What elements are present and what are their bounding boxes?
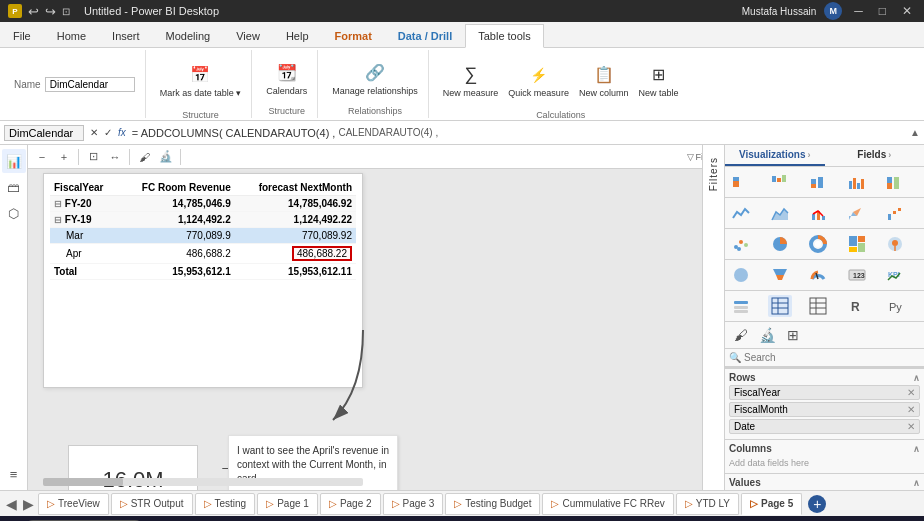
tab-format[interactable]: Format <box>322 23 385 47</box>
expand-fy19[interactable]: ⊟ <box>54 215 62 225</box>
tab-nav-next[interactable]: ▶ <box>21 496 36 512</box>
rows-item-fiscalmonth[interactable]: FiscalMonth ✕ <box>729 402 920 417</box>
fit-width-btn[interactable]: ↔ <box>105 147 125 167</box>
table-name-field[interactable] <box>4 125 84 141</box>
tab-page3[interactable]: ▷ Page 3 <box>383 493 444 515</box>
tab-insert[interactable]: Insert <box>99 23 153 47</box>
viz-analytics-icon[interactable]: 🔬 <box>755 324 779 346</box>
close-btn[interactable]: ✕ <box>898 4 916 18</box>
viz-clustered-bar[interactable] <box>768 171 792 193</box>
tab-help[interactable]: Help <box>273 23 322 47</box>
zoom-out-btn[interactable]: − <box>32 147 52 167</box>
fx-confirm-btn[interactable]: ✓ <box>102 127 114 138</box>
rows-date-remove[interactable]: ✕ <box>907 421 915 432</box>
horizontal-scrollbar[interactable] <box>43 478 363 486</box>
viz-stacked-col[interactable] <box>806 171 830 193</box>
viz-matrix[interactable] <box>806 295 830 317</box>
format-btn[interactable]: 🖌 <box>134 147 154 167</box>
tab-modeling[interactable]: Modeling <box>153 23 224 47</box>
minimize-btn[interactable]: ─ <box>850 4 867 18</box>
rows-item-fiscalyear[interactable]: FiscalYear ✕ <box>729 385 920 400</box>
report-view-icon[interactable]: 📊 <box>2 149 26 173</box>
tab-file[interactable]: File <box>0 23 44 47</box>
viz-slicer[interactable] <box>729 295 753 317</box>
tab-page2[interactable]: ▷ Page 2 <box>320 493 381 515</box>
columns-expand[interactable]: ∧ <box>913 444 920 454</box>
quick-measure-btn[interactable]: ⚡ Quick measure <box>504 52 573 108</box>
tab-table-tools[interactable]: Table tools <box>465 24 544 48</box>
fx-cancel-btn[interactable]: ✕ <box>88 127 100 138</box>
tab-page1[interactable]: ▷ Page 1 <box>257 493 318 515</box>
new-column-btn[interactable]: 📋 New column <box>575 52 633 108</box>
viz-fields-icon[interactable]: ⊞ <box>781 324 805 346</box>
viz-format-icon[interactable]: 🖌 <box>729 324 753 346</box>
viz-funnel[interactable] <box>768 264 792 286</box>
viz-card[interactable]: 123 <box>845 264 869 286</box>
viz-donut[interactable] <box>806 233 830 255</box>
new-table-btn[interactable]: ⊞ New table <box>634 52 682 108</box>
visualizations-tab[interactable]: Visualizations › <box>725 145 825 166</box>
table-row[interactable]: Apr 486,688.2 486,688.22 <box>50 244 356 264</box>
model-view-icon[interactable]: ⬡ <box>2 201 26 225</box>
redo-btn[interactable]: ↪ <box>45 4 56 19</box>
tab-data-drill[interactable]: Data / Drill <box>385 23 465 47</box>
table-row[interactable]: ⊟ FY-20 14,785,046.9 14,785,046.92 <box>50 196 356 212</box>
tab-nav-prev[interactable]: ◀ <box>4 496 19 512</box>
tab-ytdly[interactable]: ▷ YTD LY <box>676 493 739 515</box>
rows-fiscalyear-remove[interactable]: ✕ <box>907 387 915 398</box>
tab-home[interactable]: Home <box>44 23 99 47</box>
viz-expand-icon[interactable]: › <box>808 150 811 160</box>
tab-treeview[interactable]: ▷ TreeView <box>38 493 109 515</box>
fields-expand-icon[interactable]: › <box>888 150 891 160</box>
dax-query-icon[interactable]: ≡ <box>2 462 26 486</box>
name-input[interactable] <box>45 77 135 92</box>
viz-table[interactable] <box>768 295 792 317</box>
viz-stacked-bar[interactable] <box>729 171 753 193</box>
rows-expand[interactable]: ∧ <box>913 373 920 383</box>
mark-date-table-btn[interactable]: 📅 Mark as date table ▾ <box>156 52 246 108</box>
values-expand[interactable]: ∧ <box>913 478 920 488</box>
tab-testing[interactable]: ▷ Testing <box>195 493 256 515</box>
viz-clustered-col[interactable] <box>845 171 869 193</box>
viz-treemap[interactable] <box>845 233 869 255</box>
viz-line-clustered[interactable] <box>806 202 830 224</box>
viz-ribbon[interactable] <box>845 202 869 224</box>
new-measure-btn[interactable]: ∑ New measure <box>439 52 503 108</box>
table-row[interactable]: ⊟ FY-19 1,124,492.2 1,124,492.22 <box>50 212 356 228</box>
table-row[interactable]: Mar 770,089.9 770,089.92 <box>50 228 356 244</box>
viz-pie[interactable] <box>768 233 792 255</box>
viz-100-stacked[interactable] <box>883 171 907 193</box>
viz-r[interactable]: R <box>845 295 869 317</box>
viz-filled-map[interactable] <box>729 264 753 286</box>
scrollbar-thumb[interactable] <box>43 478 123 486</box>
tab-cumulative[interactable]: ▷ Cummulative FC RRev <box>542 493 673 515</box>
add-page-btn[interactable]: + <box>808 495 826 513</box>
rows-item-date[interactable]: Date ✕ <box>729 419 920 434</box>
viz-waterfall[interactable] <box>883 202 907 224</box>
viz-line[interactable] <box>729 202 753 224</box>
manage-rel-btn[interactable]: 🔗 Manage relationships <box>328 52 422 104</box>
fit-page-btn[interactable]: ⊡ <box>83 147 103 167</box>
filters-panel[interactable]: Filters <box>702 145 724 490</box>
viz-gauge[interactable] <box>806 264 830 286</box>
viz-area[interactable] <box>768 202 792 224</box>
analytics-btn[interactable]: 🔬 <box>156 147 176 167</box>
zoom-in-btn[interactable]: + <box>54 147 74 167</box>
viz-kpi[interactable]: KPI <box>883 264 907 286</box>
expand-fy20[interactable]: ⊟ <box>54 199 62 209</box>
fields-tab[interactable]: Fields › <box>825 145 925 166</box>
tab-testing-budget[interactable]: ▷ Testing Budget <box>445 493 540 515</box>
maximize-btn[interactable]: □ <box>875 4 890 18</box>
viz-scatter[interactable] <box>729 233 753 255</box>
undo-btn[interactable]: ↩ <box>28 4 39 19</box>
rows-fiscalmonth-remove[interactable]: ✕ <box>907 404 915 415</box>
tab-view[interactable]: View <box>223 23 273 47</box>
data-view-icon[interactable]: 🗃 <box>2 175 26 199</box>
viz-map[interactable] <box>883 233 907 255</box>
tab-str-output[interactable]: ▷ STR Output <box>111 493 193 515</box>
calendars-btn[interactable]: 📆 Calendars <box>262 52 311 104</box>
formula-expand-btn[interactable]: ▲ <box>910 127 920 138</box>
fields-search-input[interactable] <box>744 352 920 363</box>
user-avatar[interactable]: M <box>824 2 842 20</box>
viz-python[interactable]: Py <box>883 295 907 317</box>
